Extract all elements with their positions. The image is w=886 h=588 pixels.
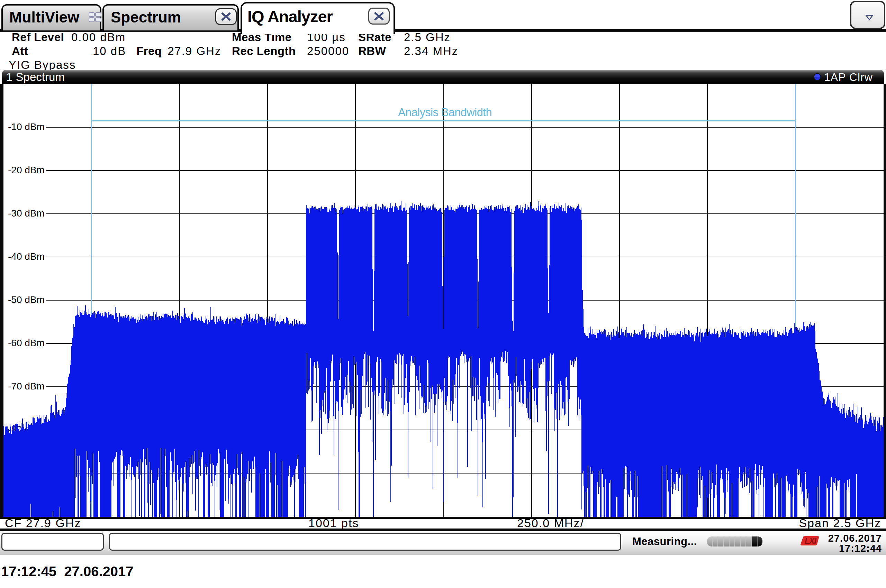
svg-text:LXI: LXI xyxy=(805,537,817,546)
